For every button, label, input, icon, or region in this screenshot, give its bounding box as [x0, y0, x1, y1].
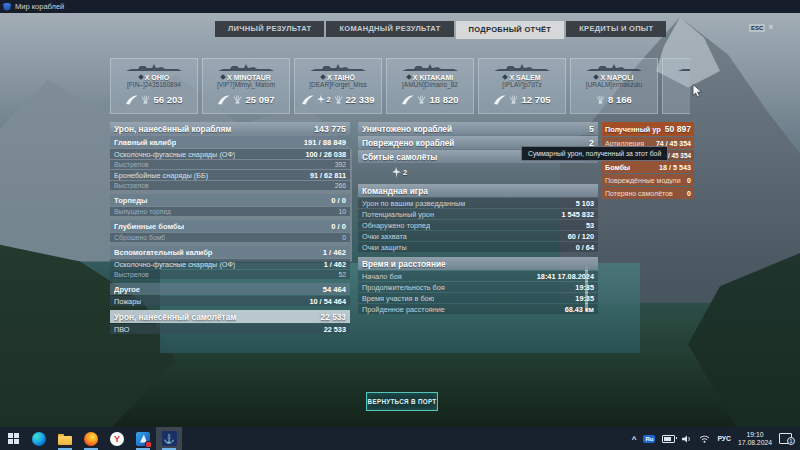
row-value: 19:35: [575, 294, 594, 303]
tab-label: ЛИЧНЫЙ РЕЗУЛЬТАТ: [228, 24, 311, 33]
report-row: Главный калибр 191 / 88 849: [110, 136, 350, 148]
lang-badge[interactable]: Ru: [643, 435, 655, 443]
ship-card[interactable]: X NAPOLI [URALM]ermakzulu 8 166: [570, 58, 658, 114]
section-title: Время и расстояние: [362, 259, 446, 269]
battery-icon[interactable]: [662, 435, 675, 443]
close-icon[interactable]: ×: [768, 23, 773, 32]
player-name: [VIP7]Mimyi_Matom: [203, 81, 289, 89]
row-value: 5: [589, 124, 594, 134]
result-tab[interactable]: ЛИЧНЫЙ РЕЗУЛЬТАТ: [215, 21, 324, 37]
ship-silhouette-icon: [400, 61, 460, 73]
ship-card[interactable]: [662, 58, 690, 114]
app-shield-icon: [3, 3, 11, 11]
row-value: 143 775: [314, 124, 346, 134]
ship-class-icon: [406, 74, 412, 80]
row-value: 19:35: [575, 283, 594, 292]
ship-damage-row: 18 820: [387, 94, 473, 105]
row-label: Полученный урон: [605, 125, 661, 134]
row-label: Урон, нанесённый самолётам: [114, 312, 236, 322]
time-distance-list: Начало боя 18:41 17.08.2024 Продолжитель…: [358, 271, 598, 314]
result-tabs: ЛИЧНЫЙ РЕЗУЛЬТАТ КОМАНДНЫЙ РЕЗУЛЬТАТ ПОД…: [215, 21, 668, 39]
row-value: 0 / 0: [331, 196, 346, 205]
row-label: Главный калибр: [114, 138, 176, 147]
ship-class-icon: [138, 74, 144, 80]
report-row: Бомбы 18 / 5 543: [602, 161, 694, 173]
ship-damage-row: 25 097: [203, 94, 289, 105]
row-label: Выпущено торпед: [114, 208, 171, 215]
tray-time: 19:10: [738, 431, 772, 439]
mouse-cursor: [692, 84, 703, 98]
report-row: Очки захвата 60 / 120: [358, 231, 598, 241]
player-name: [FIN–]2435160894: [111, 81, 197, 89]
damage-value: 12 705: [521, 94, 550, 105]
hidden-icons-chevron[interactable]: ^: [632, 435, 637, 444]
tooltip: Суммарный урон, полученный за этот бой: [521, 146, 668, 161]
return-to-port-button[interactable]: ВЕРНУТЬСЯ В ПОРТ: [366, 392, 438, 411]
row-value: 5 103: [576, 199, 594, 208]
report-row: Продолжительность боя 19:35: [358, 282, 598, 292]
result-tab[interactable]: ПОДРОБНЫЙ ОТЧЁТ: [456, 21, 565, 39]
damage-value: 56 203: [153, 94, 182, 105]
firefox-app[interactable]: [78, 427, 104, 450]
ship-card[interactable]: X SALEM [IPLAY]p7d7z 12 705: [478, 58, 566, 114]
wifi-icon[interactable]: [699, 435, 710, 443]
row-value: 50 897: [665, 124, 691, 134]
speaker-icon[interactable]: [682, 435, 692, 443]
row-label: Другое: [114, 285, 140, 294]
report-row: ПВО 22 533: [110, 324, 350, 334]
damage-value: 22 339: [346, 94, 375, 105]
yandex-icon: Y: [110, 432, 124, 446]
result-tab[interactable]: КРЕДИТЫ И ОПЫТ: [566, 21, 666, 37]
report-row: Очки защиты 0 / 64: [358, 242, 598, 252]
damage-crest-icon: [334, 95, 343, 104]
taskbar-clock[interactable]: 19:10 17.08.2024: [738, 431, 772, 446]
report-row: Вспомогательный калибр 1 / 462: [110, 246, 350, 258]
row-label: Выстрелов: [114, 271, 149, 278]
report-row: Время участия в бою 19:35: [358, 293, 598, 303]
ship-name: X SALEM: [509, 74, 540, 81]
row-label: Продолжительность боя: [362, 283, 445, 292]
result-tab[interactable]: КОМАНДНЫЙ РЕЗУЛЬТАТ: [326, 21, 453, 37]
wows-icon: ⚓: [162, 431, 177, 446]
row-label: Потенциальный урон: [362, 210, 434, 219]
row-value: 266: [335, 182, 346, 189]
edge-app[interactable]: [26, 427, 52, 450]
ship-card[interactable]: X OHIO [FIN–]2435160894 56 203: [110, 58, 198, 114]
firefox-icon: [84, 432, 98, 446]
row-label: Урон по вашим разведданным: [362, 199, 465, 208]
damage-value: 18 820: [429, 94, 458, 105]
ship-name-row: X TAIHŌ: [295, 73, 381, 81]
downed-fighters-row: 2: [392, 166, 598, 179]
row-label: Пройденное расстояние: [362, 305, 445, 314]
report-row: Выстрелов 266: [110, 181, 350, 190]
report-row: Глубинные бомбы 0 / 0: [110, 220, 350, 232]
row-value: 10 / 54 464: [309, 297, 346, 306]
row-value: 0: [687, 190, 691, 197]
action-center-icon[interactable]: 1: [779, 433, 792, 444]
row-value: 10: [338, 208, 346, 215]
yandex-app[interactable]: Y: [104, 427, 130, 450]
row-label: Урон, нанесённый кораблям: [114, 124, 231, 134]
plane-icon: [317, 95, 325, 104]
row-label: Выстрелов: [114, 161, 149, 168]
ship-card[interactable]: X MINOTAUR [VIP7]Mimyi_Matom 25 097: [202, 58, 290, 114]
row-label: Повреждено кораблей: [362, 138, 454, 148]
explorer-app[interactable]: [52, 427, 78, 450]
ship-name: X NAPOLI: [600, 74, 633, 81]
player-name: [663, 81, 690, 89]
row-value: 18 / 5 543: [659, 163, 691, 172]
start-button[interactable]: [0, 427, 26, 450]
wows-app[interactable]: ⚓: [156, 427, 182, 450]
planes-destroyed: 2: [317, 95, 330, 104]
ship-card[interactable]: X TAIHŌ [DEAR]Forget_Miss 2: [294, 58, 382, 114]
keyboard-layout[interactable]: РУС: [717, 435, 731, 442]
row-label: Осколочно-фугасные снаряды (ОФ): [114, 150, 235, 159]
report-row: Осколочно-фугасные снаряды (ОФ) 1 / 462: [110, 259, 350, 269]
fighters-count: 2: [403, 168, 407, 177]
game-center-app[interactable]: [130, 427, 156, 450]
ship-card[interactable]: X KITAKAMI [AMUN]Dimario_82 18 820: [386, 58, 474, 114]
row-label: Сбитые самолёты: [362, 152, 437, 162]
esc-close[interactable]: ESC ×: [749, 23, 774, 32]
row-label: Время участия в бою: [362, 294, 434, 303]
report-row: Потенциальный урон 1 545 832: [358, 209, 598, 219]
